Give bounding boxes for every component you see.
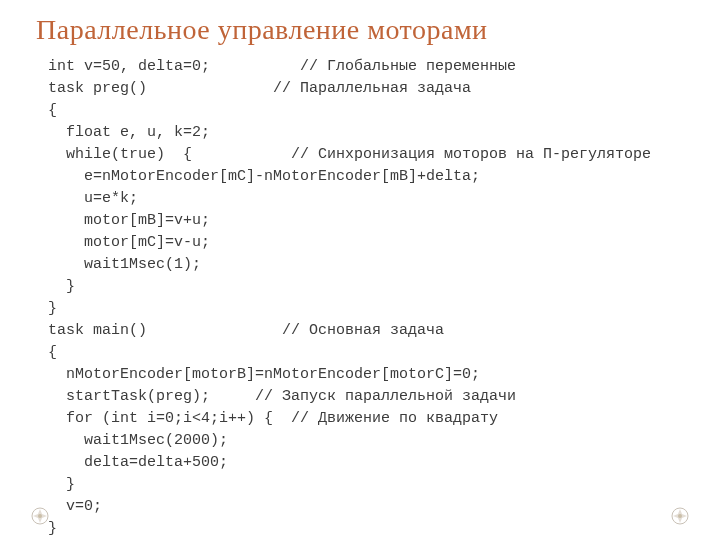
code-line: int v=50, delta=0; // Глобальные перемен… bbox=[48, 56, 651, 78]
code-line: for (int i=0;i<4;i++) { // Движение по к… bbox=[48, 408, 651, 430]
code-line: e=nMotorEncoder[mC]-nMotorEncoder[mB]+de… bbox=[48, 166, 651, 188]
code-line: v=0; bbox=[48, 496, 651, 518]
code-line: delta=delta+500; bbox=[48, 452, 651, 474]
code-line: u=e*k; bbox=[48, 188, 651, 210]
svg-point-3 bbox=[678, 514, 682, 518]
slide: Параллельное управление моторами int v=5… bbox=[0, 0, 720, 540]
code-line: } bbox=[48, 474, 651, 496]
code-line: } bbox=[48, 518, 651, 540]
code-line: task preg() // Параллельная задача bbox=[48, 78, 651, 100]
code-block: int v=50, delta=0; // Глобальные перемен… bbox=[48, 56, 651, 540]
code-line: { bbox=[48, 100, 651, 122]
code-line: { bbox=[48, 342, 651, 364]
code-line: } bbox=[48, 298, 651, 320]
code-line: float e, u, k=2; bbox=[48, 122, 651, 144]
slide-title: Параллельное управление моторами bbox=[36, 14, 488, 46]
code-line: wait1Msec(2000); bbox=[48, 430, 651, 452]
code-line: startTask(preg); // Запуск параллельной … bbox=[48, 386, 651, 408]
ornament-icon bbox=[670, 506, 690, 526]
svg-point-1 bbox=[38, 514, 42, 518]
code-line: wait1Msec(1); bbox=[48, 254, 651, 276]
code-line: motor[mB]=v+u; bbox=[48, 210, 651, 232]
code-line: nMotorEncoder[motorB]=nMotorEncoder[moto… bbox=[48, 364, 651, 386]
code-line: task main() // Основная задача bbox=[48, 320, 651, 342]
code-line: motor[mC]=v-u; bbox=[48, 232, 651, 254]
ornament-icon bbox=[30, 506, 50, 526]
code-line: } bbox=[48, 276, 651, 298]
code-line: while(true) { // Синхронизация моторов н… bbox=[48, 144, 651, 166]
